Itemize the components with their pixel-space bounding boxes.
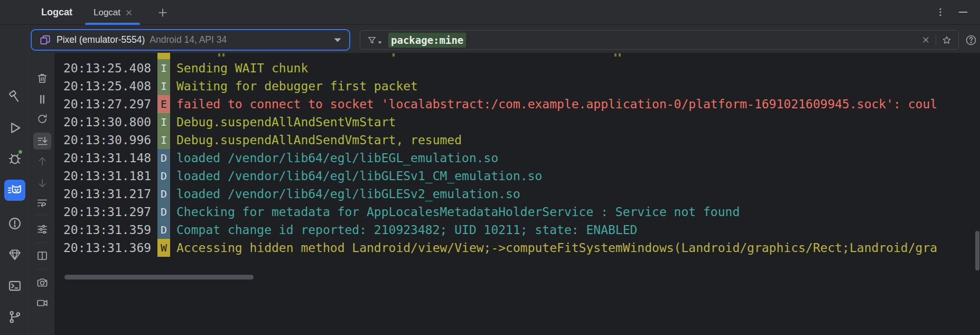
log-level-badge: D xyxy=(157,185,170,203)
close-icon[interactable] xyxy=(921,35,930,44)
log-time: 20:13:31.181 xyxy=(63,169,151,183)
log-level-badge: D xyxy=(157,221,170,239)
close-icon[interactable] xyxy=(125,9,133,16)
bug-icon[interactable] xyxy=(5,149,24,168)
clipped-log-row xyxy=(54,53,980,59)
device-name: Pixel (emulator-5554) xyxy=(57,34,145,45)
log-level-badge: I xyxy=(157,131,170,149)
toolbar-separator xyxy=(35,243,50,243)
log-time: 20:13:31.369 xyxy=(63,241,151,255)
git-branch-icon[interactable] xyxy=(5,308,24,327)
log-message: Debug.suspendAllAndSendVmStart, resumed xyxy=(176,133,462,147)
plus-icon[interactable] xyxy=(154,4,172,22)
device-icon xyxy=(39,34,51,46)
log-row[interactable]: 20:13:31.181 D loaded /vendor/lib64/egl/… xyxy=(54,167,980,185)
filter-funnel-icon[interactable] xyxy=(367,35,382,45)
star-icon[interactable] xyxy=(941,35,952,45)
clipped-log-text xyxy=(222,53,225,57)
log-message: Waiting for debugger first packet xyxy=(176,79,418,93)
log-message: Sending WAIT chunk xyxy=(176,61,308,75)
arrow-down-icon[interactable] xyxy=(33,175,51,192)
device-details: Android 14, API 34 xyxy=(150,34,227,45)
vertical-scrollbar[interactable] xyxy=(975,231,979,271)
clipped-log-level-badge xyxy=(157,53,170,59)
logcat-top-toolbar: Pixel (emulator-5554) Android 14, API 34… xyxy=(30,25,980,53)
pause-icon[interactable] xyxy=(33,91,51,108)
log-row[interactable]: 20:13:31.297 D Checking for metadata for… xyxy=(54,203,980,221)
video-camera-icon[interactable] xyxy=(33,294,51,311)
log-level-badge: D xyxy=(157,167,170,185)
soft-wrap-icon[interactable] xyxy=(33,194,51,211)
log-rows: 20:13:25.408 I Sending WAIT chunk 20:13:… xyxy=(54,59,980,257)
hammer-icon[interactable] xyxy=(5,87,24,106)
log-output: 20:13:25.408 I Sending WAIT chunk 20:13:… xyxy=(54,53,980,335)
log-level-badge: I xyxy=(157,113,170,131)
exclamation-circle-icon[interactable] xyxy=(5,214,24,233)
toolbar-separator xyxy=(35,269,50,269)
log-message: failed to connect to socket 'localabstra… xyxy=(176,97,937,111)
logcat-cat-icon[interactable] xyxy=(4,180,25,201)
log-time: 20:13:30.996 xyxy=(63,133,151,147)
clipped-log-text xyxy=(393,53,395,57)
help-icon[interactable] xyxy=(962,31,980,49)
log-message: Checking for metadata for AppLocalesMeta… xyxy=(176,205,740,219)
vertical-divider xyxy=(936,34,936,46)
log-level-badge: W xyxy=(157,239,170,257)
log-level-badge: D xyxy=(157,149,170,167)
logcat-action-toolbar xyxy=(30,53,54,335)
log-row[interactable]: 20:13:27.297 E failed to connect to sock… xyxy=(54,95,980,113)
tab-label: Logcat xyxy=(94,7,120,18)
scroll-to-end-icon[interactable] xyxy=(33,133,51,150)
log-level-badge: I xyxy=(157,59,170,77)
debug-running-dot xyxy=(17,149,23,155)
filter-query-text: package:mine xyxy=(388,33,466,48)
log-row[interactable]: 20:13:31.369 W Accessing hidden method L… xyxy=(54,239,980,257)
restart-icon[interactable] xyxy=(33,110,51,127)
log-level-badge: I xyxy=(157,77,170,95)
sliders-icon[interactable] xyxy=(33,221,51,238)
horizontal-scrollbar[interactable] xyxy=(64,275,254,280)
log-row[interactable]: 20:13:30.996 I Debug.suspendAllAndSendVm… xyxy=(54,131,980,149)
tool-window-header: Logcat Logcat xyxy=(0,0,980,25)
trash-icon[interactable] xyxy=(33,70,51,87)
log-row[interactable]: 20:13:31.359 D Compat change id reported… xyxy=(54,221,980,239)
log-time: 20:13:30.800 xyxy=(63,115,151,129)
log-level-badge: E xyxy=(157,95,170,113)
gem-icon[interactable] xyxy=(5,245,24,264)
terminal-icon[interactable] xyxy=(5,276,24,295)
log-time: 20:13:31.217 xyxy=(63,187,151,201)
log-time: 20:13:31.148 xyxy=(63,151,151,165)
log-time: 20:13:25.408 xyxy=(63,79,151,93)
device-selector[interactable]: Pixel (emulator-5554) Android 14, API 34 xyxy=(31,29,350,51)
filter-field-controls xyxy=(921,34,952,46)
log-row[interactable]: 20:13:25.408 I Sending WAIT chunk xyxy=(54,59,980,77)
log-row[interactable]: 20:13:31.148 D loaded /vendor/lib64/egl/… xyxy=(54,149,980,167)
log-row[interactable]: 20:13:25.408 I Waiting for debugger firs… xyxy=(54,77,980,95)
camera-icon[interactable] xyxy=(33,274,51,291)
log-time: 20:13:25.408 xyxy=(63,61,151,75)
log-message: Compat change id reported: 210923482; UI… xyxy=(176,223,637,237)
log-time: 20:13:31.359 xyxy=(63,223,151,237)
log-row[interactable]: 20:13:30.800 I Debug.suspendAllAndSentVm… xyxy=(54,113,980,131)
play-icon[interactable] xyxy=(5,118,24,137)
log-message: loaded /vendor/lib64/egl/libEGL_emulatio… xyxy=(176,151,498,165)
log-message: Debug.suspendAllAndSentVmStart xyxy=(176,115,396,129)
tab-logcat[interactable]: Logcat xyxy=(86,0,140,25)
clipped-log-text xyxy=(614,53,617,57)
kebab-menu-icon[interactable] xyxy=(932,3,948,21)
chevron-down-icon xyxy=(333,38,342,43)
log-message: loaded /vendor/lib64/egl/libGLESv2_emula… xyxy=(176,187,520,201)
arrow-up-icon[interactable] xyxy=(33,153,51,170)
log-row[interactable]: 20:13:31.217 D loaded /vendor/lib64/egl/… xyxy=(54,185,980,203)
logcat-filter-input[interactable]: package:mine xyxy=(360,30,959,50)
log-time: 20:13:31.297 xyxy=(63,205,151,219)
split-icon[interactable] xyxy=(33,247,51,264)
minimize-icon[interactable] xyxy=(954,3,972,21)
clipped-log-text xyxy=(218,53,220,57)
tool-window-title: Logcat xyxy=(41,0,72,25)
log-message: loaded /vendor/lib64/egl/libGLESv1_CM_em… xyxy=(176,169,542,183)
logcat-tool-window: Logcat Logcat xyxy=(0,0,980,335)
log-level-badge: D xyxy=(157,203,170,221)
log-message: Accessing hidden method Landroid/view/Vi… xyxy=(176,241,937,255)
log-time: 20:13:27.297 xyxy=(63,97,151,111)
